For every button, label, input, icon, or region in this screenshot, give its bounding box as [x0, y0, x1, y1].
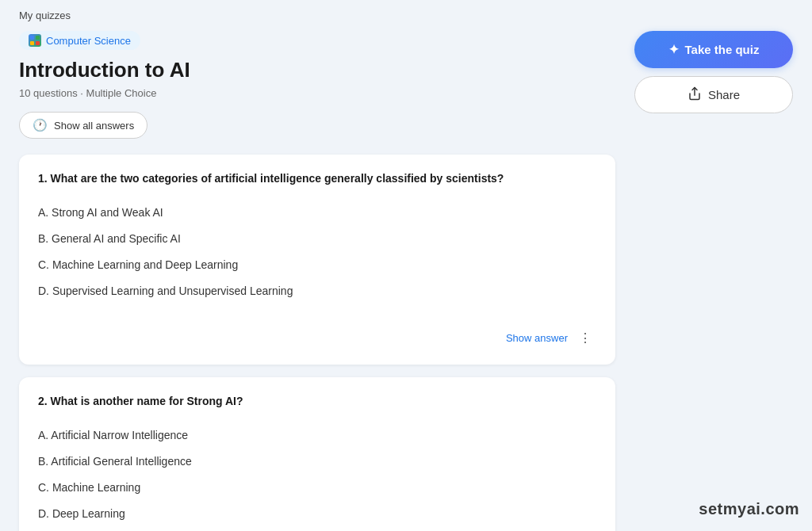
- answer-option-1-2: B. General AI and Specific AI: [38, 226, 596, 252]
- content-area: Computer Science Introduction to AI 10 q…: [19, 31, 615, 531]
- course-tag-label: Computer Science: [46, 35, 131, 47]
- show-all-answers-label: Show all answers: [54, 120, 134, 132]
- svg-rect-0: [30, 36, 34, 40]
- show-all-answers-button[interactable]: 🕐 Show all answers: [19, 112, 147, 139]
- share-icon: [688, 86, 702, 103]
- svg-rect-3: [36, 41, 40, 45]
- card-footer-1: Show answer⋮: [38, 317, 596, 349]
- sidebar: ✦ Take the quiz Share: [634, 31, 793, 531]
- share-button[interactable]: Share: [634, 76, 793, 113]
- answer-option-1-4: D. Supervised Learning and Unsupervised …: [38, 278, 596, 304]
- svg-rect-2: [30, 41, 34, 45]
- answer-option-1-1: A. Strong AI and Weak AI: [38, 200, 596, 226]
- answer-option-1-3: C. Machine Learning and Deep Learning: [38, 252, 596, 278]
- star-icon: ✦: [668, 42, 679, 57]
- take-quiz-label: Take the quiz: [685, 43, 760, 56]
- question-card-1: 1. What are the two categories of artifi…: [19, 155, 615, 365]
- answer-option-2-3: C. Machine Learning: [38, 475, 596, 501]
- my-quizzes-link[interactable]: My quizzes: [19, 10, 71, 21]
- course-tag-icon: [29, 34, 41, 47]
- answer-option-2-1: A. Artificial Narrow Intelligence: [38, 422, 596, 449]
- questions-container: 1. What are the two categories of artifi…: [19, 155, 615, 531]
- svg-rect-1: [36, 36, 40, 40]
- show-answer-button-1[interactable]: Show answer: [506, 332, 568, 344]
- question-text-2: 2. What is another name for Strong AI?: [38, 393, 596, 410]
- quiz-title: Introduction to AI: [19, 58, 615, 82]
- clock-icon: 🕐: [33, 118, 48, 132]
- quiz-meta: 10 questions · Multiple Choice: [19, 87, 615, 99]
- course-tag[interactable]: Computer Science: [19, 31, 140, 50]
- more-options-button-1[interactable]: ⋮: [574, 327, 596, 349]
- top-nav: My quizzes: [0, 0, 812, 31]
- main-layout: Computer Science Introduction to AI 10 q…: [0, 31, 812, 531]
- answer-option-2-4: D. Deep Learning: [38, 501, 596, 527]
- question-card-2: 2. What is another name for Strong AI?A.…: [19, 377, 615, 531]
- question-text-1: 1. What are the two categories of artifi…: [38, 170, 596, 187]
- share-label: Share: [708, 88, 740, 101]
- answer-option-2-2: B. Artificial General Intelligence: [38, 449, 596, 475]
- take-quiz-button[interactable]: ✦ Take the quiz: [634, 31, 793, 68]
